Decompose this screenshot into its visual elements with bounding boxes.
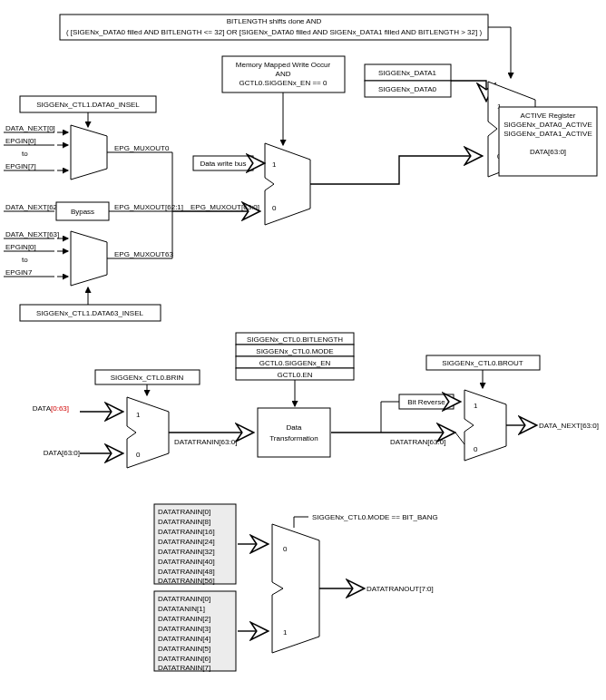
bitbang-cond: SIGGENx_CTL0.MODE == BIT_BANG bbox=[312, 513, 438, 521]
lb4: DATATRANIN[4] bbox=[158, 635, 210, 643]
lb3: DATATRANIN[3] bbox=[158, 625, 210, 633]
epg-muxout0: EPG_MUXOUT0 bbox=[114, 144, 170, 152]
brin-mux bbox=[127, 397, 169, 468]
bitbang-mux-1: 1 bbox=[283, 628, 288, 637]
lb1: DATATANIN[1] bbox=[158, 605, 205, 613]
active-reg-title: ACTIVE Register bbox=[521, 112, 576, 120]
active-reg-l1: SIGGENx_DATA0_ACTIVE bbox=[503, 121, 592, 129]
center-mux-0: 0 bbox=[272, 204, 277, 212]
in-top-d: EPGIN[7] bbox=[5, 162, 36, 170]
in-top-b: EPGIN[0] bbox=[5, 137, 36, 145]
siggen-data0-label: SIGGENx_DATA0 bbox=[378, 85, 437, 93]
epg-bus-label: EPG_MUXOUT[63:0] bbox=[191, 203, 259, 211]
ctl1-bot-label: SIGGENx_CTL1.DATA63_INSEL bbox=[36, 309, 144, 317]
lb2: DATATRANIN[2] bbox=[158, 615, 210, 623]
bypass-label: Bypass bbox=[71, 208, 94, 216]
top-condition-line1: BITLENGTH shifts done AND bbox=[227, 17, 322, 25]
ctl-block-l1: SIGGENx_CTL0.BITLENGTH bbox=[247, 335, 343, 344]
ctl-block-l4: GCTL0.EN bbox=[277, 371, 312, 379]
datatran-label: DATATRAN[63:0] bbox=[390, 438, 445, 446]
top-condition-line2: ( [SIGENx_DATA0 filled AND BITLENGTH <= … bbox=[66, 28, 482, 36]
lt4: DATATRANIN[32] bbox=[158, 548, 215, 556]
in-bot-b: EPGIN[0] bbox=[5, 243, 36, 251]
memwrite-line3: GCTL0.SIGGENx_EN == 0 bbox=[239, 79, 327, 87]
data-transform-box bbox=[258, 408, 330, 457]
in-top-a: DATA_NEXT[0] bbox=[5, 124, 55, 132]
mux-bot-left bbox=[71, 231, 107, 286]
data-rev-label: DATA bbox=[33, 404, 52, 413]
data-rev-idx: [0:63] bbox=[51, 404, 69, 413]
brout-mux-0: 0 bbox=[474, 445, 478, 453]
active-reg-l2: SIGGENx_DATA1_ACTIVE bbox=[503, 130, 592, 138]
data-write-bus-label: Data write bus bbox=[200, 160, 246, 168]
bitbang-mux bbox=[272, 524, 319, 653]
data-next-label: DATA_NEXT[63:0] bbox=[539, 422, 599, 430]
lt1: DATATRANIN[8] bbox=[158, 518, 210, 526]
data-transform-l1: Data bbox=[287, 423, 302, 432]
lb7: DATATRANIN[7] bbox=[158, 664, 210, 672]
bitbang-mux-0: 0 bbox=[283, 545, 288, 553]
center-mux bbox=[265, 143, 310, 225]
epg-muxout63: EPG_MUXOUT63 bbox=[114, 250, 173, 258]
memwrite-line1: Memory Mapped Write Occur bbox=[236, 61, 331, 69]
epg-muxout-mid: EPG_MUXOUT[62:1] bbox=[114, 203, 183, 211]
center-mux-1: 1 bbox=[272, 160, 277, 169]
lb5: DATATRANIN[5] bbox=[158, 645, 210, 653]
datatranin-label: DATATRANIN[63:0] bbox=[174, 438, 237, 446]
lt7: DATATRANIN[56] bbox=[158, 577, 215, 585]
brout-mux bbox=[464, 390, 506, 461]
lt5: DATATRANIN[40] bbox=[158, 558, 215, 566]
in-bot-a: DATA_NEXT[63] bbox=[5, 230, 59, 238]
brin-label: SIGGENx_CTL0.BRIN bbox=[111, 374, 184, 382]
brin-mux-0: 0 bbox=[136, 451, 141, 459]
lt6: DATATRANIN[48] bbox=[158, 568, 215, 576]
in-bot-c: to bbox=[22, 256, 28, 264]
lt3: DATATRANIN[24] bbox=[158, 538, 215, 546]
top-cond-to-bigmux bbox=[488, 27, 511, 78]
ctl-block-l3: GCTL0.SIGGENx_EN bbox=[259, 359, 331, 367]
sigdata-to-bigmux bbox=[451, 81, 486, 100]
memwrite-line2: AND bbox=[276, 70, 291, 78]
lt0: DATATRANIN[0] bbox=[158, 508, 210, 516]
lb0: DATATRANIN[0] bbox=[158, 595, 210, 603]
siggen-data1-label: SIGGENx_DATA1 bbox=[378, 69, 437, 77]
data-fwd-label: DATA[63:0] bbox=[44, 449, 80, 457]
lt2: DATATRANIN[16] bbox=[158, 528, 215, 536]
datatranout-label: DATATRANOUT[7:0] bbox=[367, 585, 434, 593]
active-reg-data: DATA[63:0] bbox=[530, 148, 566, 156]
brout-mux-1: 1 bbox=[474, 402, 478, 410]
in-top-c: to bbox=[22, 150, 28, 158]
ctl1-top-label: SIGGENx_CTL1.DATA0_INSEL bbox=[36, 101, 140, 109]
data-transform-l2: Transformation bbox=[269, 434, 318, 442]
in-bot-d: EPGIN7 bbox=[5, 268, 33, 277]
lb6: DATATRANIN[6] bbox=[158, 655, 210, 663]
centermux-to-bigmux bbox=[310, 156, 481, 184]
ctl-block-l2: SIGGENx_CTL0.MODE bbox=[256, 347, 333, 355]
brin-mux-1: 1 bbox=[136, 411, 141, 419]
mux-top-left bbox=[71, 125, 107, 180]
bitrev-label: Bit Reverse bbox=[407, 398, 445, 406]
brout-label: SIGGENx_CTL0.BROUT bbox=[442, 359, 523, 367]
